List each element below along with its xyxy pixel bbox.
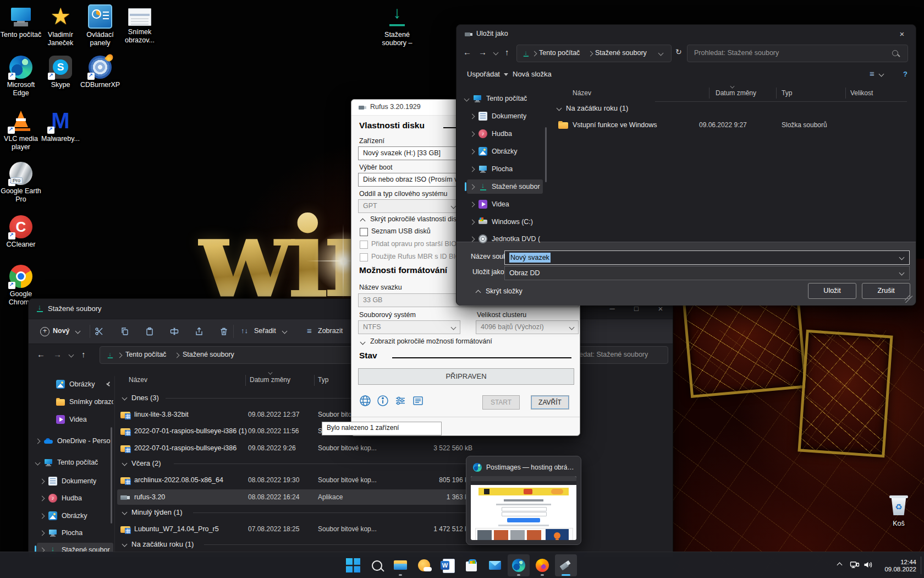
hide-advanced-drive-toggle[interactable]: Skrýt pokročilé vlastnosti disku bbox=[370, 215, 464, 223]
column-header-name[interactable]: Název bbox=[573, 89, 591, 97]
column-header-size[interactable]: Velikost bbox=[850, 89, 873, 97]
file-row[interactable]: archlinux-2022.08.05-x86_6408.08.2022 19… bbox=[29, 472, 502, 488]
back-button[interactable]: ← bbox=[37, 350, 45, 359]
settings-icon[interactable] bbox=[394, 395, 406, 407]
chevron-right-icon[interactable] bbox=[470, 219, 475, 225]
sidebar-item-sta-en-soubor[interactable]: Stažené soubor bbox=[470, 179, 543, 194]
sort-button[interactable]: Seřadit bbox=[254, 327, 276, 335]
sidebar-item-obr-zky[interactable]: Obrázky bbox=[470, 144, 543, 159]
refresh-button[interactable]: ↻ bbox=[675, 47, 682, 56]
forward-button[interactable]: → bbox=[479, 47, 487, 57]
paste-icon[interactable] bbox=[145, 327, 154, 336]
usb-list-checkbox[interactable] bbox=[360, 228, 368, 236]
desktop-icon-skype[interactable]: Skype bbox=[40, 55, 81, 89]
group-collapse-icon[interactable] bbox=[122, 395, 128, 401]
delete-icon[interactable] bbox=[219, 327, 228, 336]
taskbar-word-icon[interactable] bbox=[437, 554, 459, 576]
chevron-right-icon[interactable] bbox=[470, 131, 475, 137]
desktop-icon-computer[interactable]: Tento počítač bbox=[0, 4, 42, 39]
show-advanced-format-toggle[interactable]: Zobrazit pokročilé možnosti formátování bbox=[370, 337, 492, 345]
desktop-icon-malwarebytes[interactable]: Malwareby... bbox=[40, 108, 81, 143]
taskbar-start-icon[interactable] bbox=[342, 554, 364, 576]
taskbar-rufus-icon[interactable] bbox=[555, 554, 577, 576]
column-header-type[interactable]: Typ bbox=[318, 376, 328, 384]
desktop-icon-downloads[interactable]: Stažené soubory – bbox=[376, 4, 418, 47]
desktop-icon-star[interactable]: Vladimír Janeček bbox=[40, 4, 81, 47]
taskbar-mail-icon[interactable] bbox=[484, 554, 506, 576]
tray-clock[interactable]: 12:44 09.08.2022 bbox=[877, 559, 916, 573]
column-header-date[interactable]: Datum změny bbox=[250, 376, 290, 384]
sidebar-item-dokumenty[interactable]: Dokumenty bbox=[470, 108, 543, 124]
history-chevron-icon[interactable] bbox=[69, 352, 74, 358]
column-header-date[interactable]: Datum změny bbox=[716, 89, 756, 97]
sidebar-item-obr-zky[interactable]: Obrázky bbox=[48, 377, 113, 392]
taskbar-weather-icon[interactable] bbox=[413, 554, 435, 576]
file-row[interactable]: Lubuntu_W7_14.04_Pro_r507.08.2022 18:25S… bbox=[29, 521, 502, 537]
desktop-icon-edge[interactable]: Microsoft Edge bbox=[0, 55, 42, 97]
sidebar-item-plocha[interactable]: Plocha bbox=[470, 161, 543, 177]
filetype-select[interactable]: Obraz DD bbox=[504, 266, 910, 280]
resize-grip[interactable] bbox=[905, 295, 912, 303]
forward-button[interactable]: → bbox=[53, 350, 62, 359]
chevron-right-icon[interactable] bbox=[470, 113, 475, 119]
chevron-right-icon[interactable] bbox=[470, 201, 475, 207]
desktop-icon-screenshot[interactable]: Snímek obrazov... bbox=[119, 4, 161, 45]
search-input[interactable]: Prohledat: Stažené soubory bbox=[687, 45, 908, 62]
taskbar-search-icon[interactable] bbox=[366, 554, 388, 576]
file-row[interactable]: rufus-3.2008.08.2022 16:24Aplikace1 363 … bbox=[29, 489, 502, 505]
chevron-right-icon[interactable] bbox=[470, 149, 475, 154]
group-collapse-icon[interactable] bbox=[557, 106, 562, 111]
network-icon[interactable] bbox=[850, 560, 860, 570]
desktop-icon-ccleaner[interactable]: CCleaner bbox=[0, 215, 42, 249]
filesystem-select[interactable]: NTFS bbox=[358, 320, 460, 334]
chevron-right-icon[interactable] bbox=[470, 236, 475, 242]
hide-folders-button[interactable]: Skrýt složky bbox=[486, 287, 522, 295]
group-header[interactable]: Včera (2) bbox=[29, 456, 502, 472]
new-button[interactable]: Nový bbox=[53, 327, 70, 335]
taskbar-store-icon[interactable] bbox=[460, 554, 482, 576]
sidebar-item-tento-po-ta-[interactable]: Tento počítač bbox=[465, 91, 543, 106]
about-info-icon[interactable] bbox=[377, 395, 389, 407]
view-options-icon[interactable]: ≡ bbox=[870, 69, 875, 78]
partition-select[interactable]: GPT bbox=[358, 199, 460, 213]
column-header-type[interactable]: Typ bbox=[782, 89, 792, 97]
save-button[interactable]: Uložit bbox=[808, 283, 856, 299]
breadcrumb-root[interactable]: Tento počítač bbox=[539, 49, 580, 57]
sidebar-item-videa[interactable]: Videa bbox=[470, 197, 543, 212]
share-icon[interactable] bbox=[195, 327, 204, 336]
start-button[interactable]: START bbox=[482, 395, 520, 410]
group-header[interactable]: Minulý týden (1) bbox=[29, 505, 502, 521]
desktop-icon-control-panel[interactable]: Ovládací panely bbox=[79, 4, 121, 47]
group-collapse-icon[interactable] bbox=[122, 510, 128, 515]
sidebar-item-hudba[interactable]: Hudba bbox=[470, 126, 543, 141]
address-bar[interactable]: Tento počítač Stažené soubory bbox=[516, 45, 672, 62]
group-collapse-icon[interactable] bbox=[122, 542, 128, 547]
new-folder-button[interactable]: Nová složka bbox=[513, 70, 552, 78]
up-button[interactable]: ↑ bbox=[505, 47, 509, 57]
sidebar-scrollbar[interactable] bbox=[545, 127, 547, 182]
up-button[interactable]: ↑ bbox=[81, 350, 86, 359]
sidebar-item-windows-c-[interactable]: Windows (C:) bbox=[470, 214, 543, 230]
chevron-down-icon[interactable] bbox=[464, 96, 470, 101]
group-collapse-icon[interactable] bbox=[122, 461, 128, 466]
group-header[interactable]: Na začátku roku (1) bbox=[566, 104, 628, 112]
volume-icon[interactable] bbox=[863, 560, 873, 570]
taskbar-preview-popup[interactable]: Postimages — hosting obrázk... bbox=[466, 456, 581, 545]
log-icon[interactable] bbox=[412, 395, 424, 407]
history-chevron-icon[interactable] bbox=[493, 50, 499, 56]
filename-input[interactable]: Nový svazek bbox=[504, 250, 910, 265]
help-icon[interactable]: ? bbox=[903, 70, 908, 78]
preview-thumbnail[interactable] bbox=[471, 476, 576, 540]
taskbar-firefox-icon[interactable] bbox=[531, 554, 553, 576]
back-button[interactable]: ← bbox=[463, 47, 471, 57]
tray-expand-icon[interactable] bbox=[838, 561, 842, 569]
taskbar-explorer-icon[interactable] bbox=[389, 554, 411, 576]
close-rufus-button[interactable]: ZAVŘÍT bbox=[531, 395, 569, 410]
cut-icon[interactable] bbox=[95, 327, 103, 336]
rename-icon[interactable] bbox=[170, 327, 179, 336]
chevron-right-icon[interactable] bbox=[470, 166, 475, 172]
breadcrumb-current[interactable]: Stažené soubory bbox=[183, 351, 234, 358]
column-header-name[interactable]: Název bbox=[129, 376, 147, 384]
desktop-icon-google-earth[interactable]: ProGoogle Earth Pro bbox=[0, 161, 42, 204]
cluster-select[interactable]: 4096 bajtů (Výchozí) bbox=[476, 320, 579, 334]
